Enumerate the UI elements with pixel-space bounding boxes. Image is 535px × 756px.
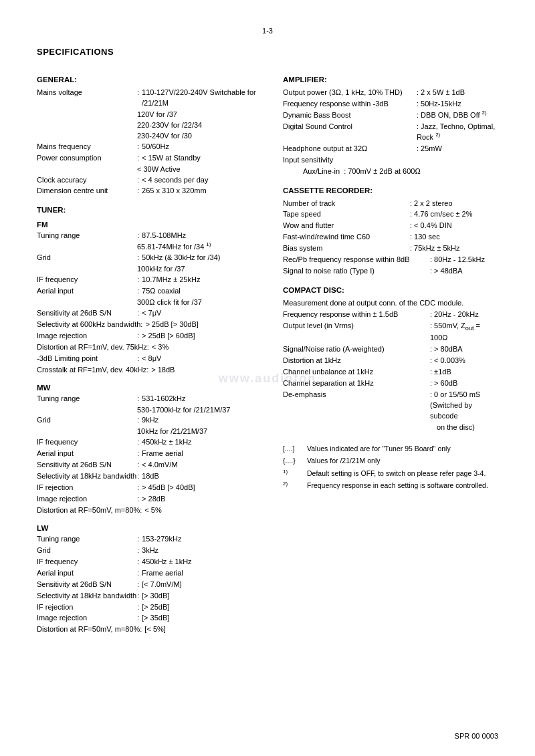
footnote-sym: 2) [283,481,303,491]
spec-row: Distortion at 1kHz : < 0.003% [283,356,498,366]
spec-row: Channel unbalance at 1kHz : ±1dB [283,367,498,378]
spec-value: > 28dB [142,494,264,505]
spec-indent: < 30W Active [37,164,264,175]
spec-value: [> 30dB] [142,591,264,602]
footnote-text: Values indicated are for "Tuner 95 Board… [307,444,451,455]
spec-indent: 10kHz for /21/21M/37 [37,426,264,437]
spec-value: : 80Hz - 12.5kHz [430,255,498,265]
spec-label: Selectivity at 18kHz bandwidth [37,591,137,602]
spec-value: : 75kHz ± 5kHz [410,243,498,254]
footnote-text: Frequency response in each setting is so… [307,481,488,491]
spec-value: Frame aerial [142,449,264,459]
spec-value: < 4 seconds per day [142,175,264,186]
spec-label: Crosstalk at RF=1mV, dev. 40kHz [37,365,146,376]
spec-value: : < 0.4% DIN [410,221,498,231]
spec-label: Grid [37,415,137,426]
spec-value: : 2 x 5W ± 1dB [417,88,498,98]
spec-label: IF frequency [37,437,137,448]
footnote-row: 1) Default setting is OFF, to switch on … [283,469,498,479]
main-content: GENERAL: Mains voltage : 110-127V/220-24… [37,66,498,643]
mw-subtitle: MW [37,384,264,392]
amplifier-section: AMPLIFIER: Output power (3Ω, 1 kHz, 10% … [283,76,498,177]
spec-row: Mains frequency : 50/60Hz [37,142,264,152]
spec-row: Number of track : 2 x 2 stereo [283,199,498,209]
spec-row: Wow and flutter : < 0.4% DIN [283,221,498,231]
tuner-title: TUNER: [37,206,264,214]
compact-disc-title: COMPACT DISC: [283,286,498,294]
spec-indent: 220-230V for /22/34 [37,120,264,131]
spec-label: Aerial input [37,449,137,459]
spec-label: Image rejection [37,613,137,624]
spec-label: Grid [37,545,137,556]
spec-row: Signal to noise ratio (Type I) : > 48dBA [283,266,498,277]
spec-indent: Aux/Line-in : 700mV ± 2dB at 600Ω [283,166,498,177]
spec-value: 87.5-108MHz [142,231,264,241]
cassette-section: CASSETTE RECORDER: Number of track : 2 x… [283,186,498,277]
page-footer: SPR 00 0003 [455,732,498,740]
spec-label: Frequency response within -3dB [283,99,417,110]
spec-value: : ±1dB [430,367,498,378]
spec-label: Signal/Noise ratio (A-weighted) [283,344,430,355]
spec-row: Distortion at RF=50mV, m=80% : < 5% [37,505,264,516]
spec-row: Headphone output at 32Ω : 25mW [283,144,498,154]
spec-label: Frequency response within ± 1.5dB [283,309,430,320]
spec-label: Dynamic Bass Boost [283,110,417,121]
spec-label: Tuning range [37,534,137,545]
spec-row: Dynamic Bass Boost : DBB ON, DBB Off 2) [283,110,498,121]
spec-indent: 300Ω click fit for /37 [37,297,264,308]
spec-value: : > 80dBA [430,344,498,355]
fm-subtitle: FM [37,221,264,229]
spec-label: IF frequency [37,275,137,285]
spec-label: Selectivity at 18kHz bandwidth [37,471,137,482]
spec-row: Tape speed : 4.76 cm/sec ± 2% [283,209,498,220]
spec-row: Dimension centre unit : 265 x 310 x 320m… [37,186,264,197]
spec-value: : 25mW [417,144,498,154]
spec-row: Tuning range : 153-279kHz [37,534,264,545]
spec-row: De-emphasis : 0 or 15/50 mS (Switched by… [283,390,498,422]
spec-value: 450kHz ± 1kHz [142,437,264,448]
spec-label: IF rejection [37,602,137,613]
spec-row: IF rejection : > 45dB [> 40dB] [37,483,264,493]
spec-row: IF frequency : 450kHz ± 1kHz [37,437,264,448]
general-title: GENERAL: [37,76,264,84]
spec-label: Tape speed [283,209,410,220]
spec-value: : > 60dB [430,378,498,389]
footnote-row: 2) Frequency response in each setting is… [283,481,498,491]
spec-row: Grid : 9kHz [37,415,264,426]
spec-row: Distortion at RF=50mV, m=80% : [< 5%] [37,624,264,635]
spec-value: 153-279kHz [142,534,264,545]
spec-row: Power consumption : < 15W at Standby [37,153,264,164]
spec-indent: 530-1700kHz for /21/21M/37 [37,405,264,416]
spec-label: Mains voltage [37,88,137,109]
spec-row: Measurement done at output conn. of the … [283,298,498,309]
spec-value: : 0 or 15/50 mS (Switched by subcode [430,390,498,422]
spec-value: < 8μV [142,354,264,364]
footnote-text: Default setting is OFF, to switch on ple… [307,469,486,479]
footnote-sym: {....} [283,456,303,467]
spec-label: Rec/Pb frequency response within 8dB [283,255,430,265]
spec-label: Bias system [283,243,410,254]
general-section: GENERAL: Mains voltage : 110-127V/220-24… [37,76,264,197]
spec-label: Tuning range [37,231,137,241]
spec-row: IF frequency : 450kHz ± 1kHz [37,557,264,568]
spec-indent: 120V for /37 [37,110,264,120]
spec-value: : 2 x 2 stereo [410,199,498,209]
footnote-text: Values for /21/21M only [307,456,381,467]
spec-value: : Jazz, Techno, Optimal, Rock 2) [417,122,498,143]
spec-row: Sensitivity at 26dB S/N : [< 7.0mV/M] [37,580,264,590]
spec-label: De-emphasis [283,390,430,422]
spec-value: 75Ω coaxial [142,286,264,297]
spec-value: : < 0.003% [430,356,498,366]
compact-disc-section: COMPACT DISC: Measurement done at output… [283,286,498,433]
spec-indent: on the disc) [283,422,498,433]
spec-label: Distortion at RF=50mV, m=80% [37,505,140,516]
spec-label: Clock accuracy [37,175,137,186]
spec-row: Mains voltage : 110-127V/220-240V Switch… [37,88,264,109]
spec-value: : 550mV, Zout = 100Ω [430,321,498,344]
spec-row: Aerial input : Frame aerial [37,568,264,579]
spec-label: Digital Sound Control [283,122,417,143]
spec-indent: 100kHz for /37 [37,264,264,275]
spec-row: Crosstalk at RF=1mV, dev. 40kHz : > 18dB [37,365,264,376]
spec-label: Distortion at RF=50mV, m=80% [37,624,140,635]
spec-value: : 4.76 cm/sec ± 2% [410,209,498,220]
